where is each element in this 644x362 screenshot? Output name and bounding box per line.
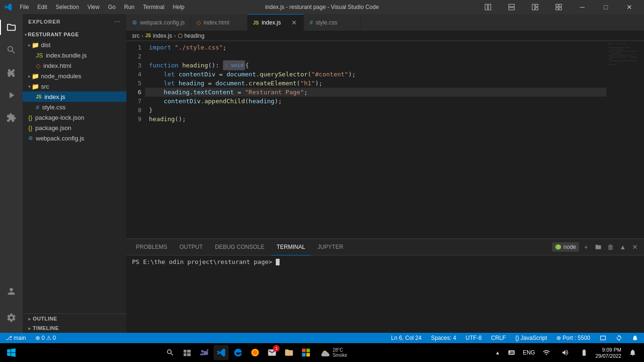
string-style-css: "./style.css" (175, 43, 223, 52)
timeline-header[interactable]: ▸ TIMELINE (23, 323, 126, 333)
panel-tab-terminal[interactable]: TERMINAL (271, 239, 311, 255)
taskbar-teams[interactable] (197, 345, 212, 360)
layout-icon-4[interactable] (548, 0, 570, 14)
menu-file[interactable]: File (16, 3, 33, 11)
menu-view[interactable]: View (83, 3, 103, 11)
panel-tab-debug-console[interactable]: DEBUG CONSOLE (209, 239, 270, 255)
folder-node-modules[interactable]: ▸ 📁 node_modules (23, 71, 126, 81)
svg-rect-6 (536, 8, 538, 10)
taskbar-keyboard[interactable] (504, 345, 519, 360)
minimize-button[interactable]: ─ (571, 0, 593, 14)
breadcrumb: src › JS index.js › ⬡ heading (126, 31, 644, 41)
file-style-css[interactable]: # style.css (23, 102, 126, 112)
file-package-lock[interactable]: {} package-lock.json (23, 112, 126, 123)
status-port[interactable]: ⊗ Port : 5500 (554, 333, 592, 343)
activity-source-control[interactable] (0, 61, 23, 84)
activity-run-debug[interactable] (0, 84, 23, 107)
windows-start-button[interactable] (4, 345, 19, 360)
status-remote-btn[interactable] (598, 333, 608, 343)
taskbar-vscode[interactable] (214, 345, 229, 360)
status-language[interactable]: {} JavaScript (513, 333, 549, 343)
taskbar-explorer[interactable] (281, 345, 297, 360)
file-package-json[interactable]: {} package.json (23, 123, 126, 133)
panel-tab-jupyter[interactable]: JUPYTER (312, 239, 349, 255)
string-h1: "h1" (300, 79, 315, 88)
tab-index-js[interactable]: JS index.js ✕ (248, 14, 304, 31)
terminal-content[interactable]: PS E:\the odin project\resturant page> (126, 255, 644, 333)
project-header[interactable]: ▾ RESTURANT PAGE (23, 29, 126, 40)
taskbar-weather[interactable]: 28°C Smoke (315, 345, 351, 360)
taskbar-edge[interactable] (231, 345, 246, 360)
layout-icon-1[interactable] (477, 0, 499, 14)
folder-dist[interactable]: ▸ 📁 dist (23, 40, 126, 50)
menu-go[interactable]: Go (104, 3, 119, 11)
node-indicator[interactable]: node (552, 242, 579, 252)
activity-extensions[interactable] (0, 107, 23, 129)
file-webpack-config[interactable]: ⚙ webpack.config.js (23, 133, 126, 143)
taskbar-taskview[interactable] (180, 345, 195, 360)
panel-maximize-btn[interactable]: ▲ (618, 242, 628, 252)
status-left: ⎇ main ⊗ 0 ⚠ 0 (4, 333, 58, 343)
menu-run[interactable]: Run (120, 3, 138, 11)
vscode-logo-icon (4, 3, 12, 11)
taskbar-clock[interactable]: 9:09 PM 29/07/2022 (595, 347, 621, 359)
taskbar-network[interactable] (539, 345, 554, 360)
tab-webpack-config[interactable]: ⚙ webpack.config.js (126, 14, 191, 31)
layout-icon-3[interactable] (524, 0, 546, 14)
file-index-bundle[interactable]: JS index.bundle.js (23, 50, 126, 60)
title-bar: File Edit Selection View Go Run Terminal… (0, 0, 644, 14)
status-encoding[interactable]: UTF-8 (464, 333, 484, 343)
js-file-icon: JS (36, 94, 41, 99)
status-ln-col[interactable]: Ln 6, Col 24 (389, 333, 423, 343)
tray-caret[interactable]: ▲ (495, 350, 500, 355)
taskbar-search[interactable] (163, 345, 178, 360)
tab-style-css[interactable]: # style.css (304, 14, 361, 31)
activity-account[interactable] (0, 280, 23, 303)
outline-header[interactable]: ▸ OUTLINE (23, 314, 126, 323)
menu-terminal[interactable]: Terminal (139, 3, 168, 11)
status-sync[interactable] (614, 333, 624, 343)
taskbar-firefox[interactable] (248, 345, 263, 360)
file-index-js[interactable]: JS index.js (23, 91, 126, 102)
sidebar-actions[interactable]: ⋯ (114, 18, 121, 25)
tab-index-html[interactable]: ◇ index.html (191, 14, 248, 31)
maximize-button[interactable]: □ (595, 0, 617, 14)
taskbar-battery[interactable] (577, 345, 592, 360)
code-area[interactable]: import "./style.css" ; function heading … (145, 41, 606, 239)
void-badge: : void (223, 60, 246, 70)
layout-icon-2[interactable] (501, 0, 522, 14)
close-button[interactable]: ✕ (619, 0, 640, 14)
window-controls: ─ □ ✕ (477, 0, 640, 14)
panel-add-btn[interactable]: + (581, 242, 591, 252)
panel-tab-output[interactable]: OUTPUT (174, 239, 208, 255)
status-bell[interactable] (630, 333, 640, 343)
taskbar-notification[interactable] (625, 345, 640, 360)
taskbar-mail[interactable]: 1 (264, 345, 280, 360)
folder-dist-icon: 📁 (32, 41, 39, 49)
panel-split-btn[interactable] (593, 242, 603, 252)
folder-src[interactable]: ▾ 📁 src (23, 81, 126, 91)
status-errors[interactable]: ⊗ 0 ⚠ 0 (33, 333, 58, 343)
volume-icon (561, 349, 569, 356)
tab-close-icon[interactable]: ✕ (290, 19, 298, 26)
file-index-html-dist[interactable]: ◇ index.html (23, 60, 126, 71)
status-eol[interactable]: CRLF (489, 333, 508, 343)
menu-selection[interactable]: Selection (52, 3, 83, 11)
menu-edit[interactable]: Edit (33, 3, 51, 11)
activity-settings[interactable] (0, 306, 23, 329)
tabs-bar: ⚙ webpack.config.js ◇ index.html JS inde… (126, 14, 644, 31)
status-branch[interactable]: ⎇ main (4, 333, 28, 343)
panel-close-btn[interactable]: ✕ (630, 242, 640, 252)
taskbar-volume[interactable] (558, 345, 573, 360)
folder-node-modules-icon: 📁 (32, 73, 39, 80)
taskbar-store[interactable] (298, 345, 314, 360)
activity-explorer[interactable] (0, 16, 23, 39)
var-heading-arg: heading (248, 97, 274, 106)
activity-search[interactable] (0, 39, 23, 61)
menu-help[interactable]: Help (169, 3, 189, 11)
panel-trash-btn[interactable]: 🗑 (605, 242, 616, 252)
taskbar-lang[interactable]: ENG (523, 349, 535, 356)
status-spaces[interactable]: Spaces: 4 (429, 333, 458, 343)
taskbar: 1 28°C Smoke (0, 343, 644, 362)
panel-tab-problems[interactable]: PROBLEMS (130, 239, 173, 255)
